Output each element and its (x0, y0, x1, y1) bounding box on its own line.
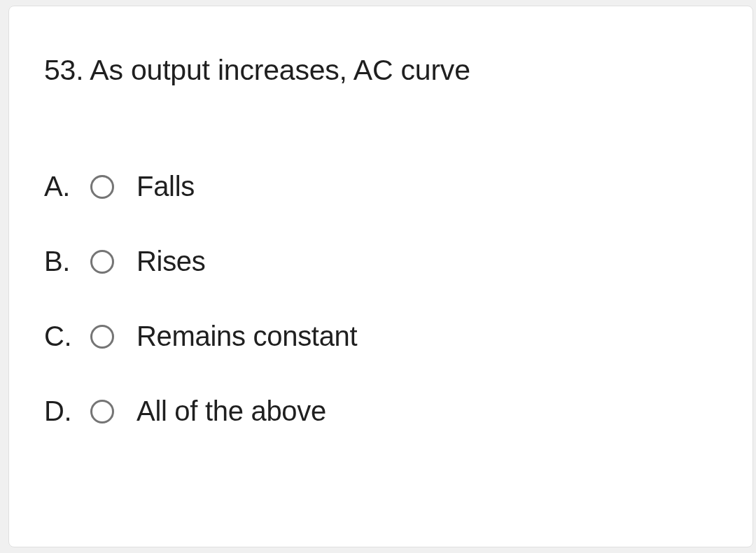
option-c[interactable]: C. Remains constant (44, 321, 718, 352)
radio-icon[interactable] (90, 325, 114, 349)
option-letter: C. (44, 321, 78, 352)
radio-icon[interactable] (90, 400, 114, 424)
option-letter: B. (44, 246, 78, 277)
option-letter: D. (44, 396, 78, 427)
option-b[interactable]: B. Rises (44, 246, 718, 277)
options-list: A. Falls B. Rises C. Remains constant D.… (44, 171, 718, 427)
option-label: Remains constant (136, 321, 357, 352)
option-label: Rises (136, 246, 206, 277)
radio-icon[interactable] (90, 250, 114, 274)
question-card: 53. As output increases, AC curve A. Fal… (8, 6, 753, 547)
option-letter: A. (44, 171, 78, 202)
option-label: Falls (136, 171, 195, 202)
option-d[interactable]: D. All of the above (44, 396, 718, 427)
radio-icon[interactable] (90, 175, 114, 199)
option-label: All of the above (136, 396, 326, 427)
option-a[interactable]: A. Falls (44, 171, 718, 202)
question-text: 53. As output increases, AC curve (44, 54, 718, 87)
